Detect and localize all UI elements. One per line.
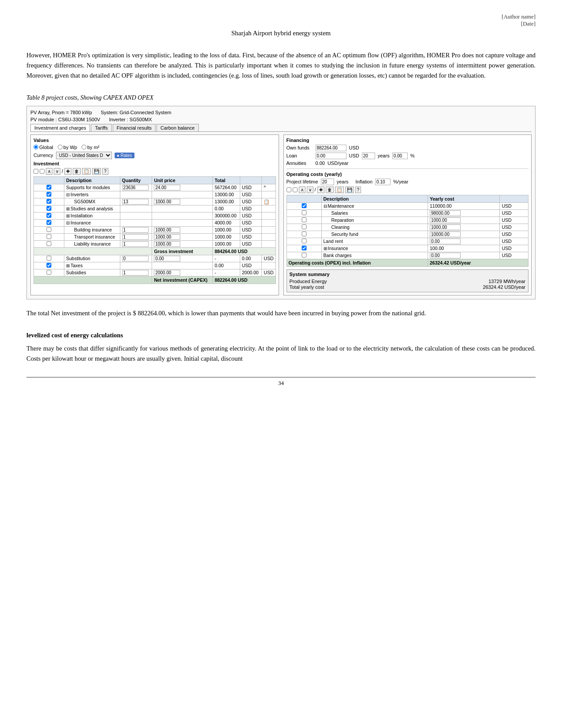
- opex-trash-icon[interactable]: 🗑: [326, 187, 334, 193]
- opex-row-check[interactable]: [289, 217, 320, 222]
- tab-tariffs[interactable]: Tariffs: [91, 124, 112, 131]
- loan-rate-input[interactable]: [392, 153, 408, 159]
- row-unit[interactable]: [154, 227, 180, 233]
- toolbar-checkbox[interactable]: [33, 169, 38, 174]
- toolbar-copy-icon[interactable]: 📋: [82, 168, 91, 175]
- expand-icon[interactable]: ⊟: [66, 220, 70, 225]
- radio-by-m2[interactable]: by m²: [82, 145, 100, 150]
- row-desc: SG500MX: [64, 198, 120, 205]
- opex-row-check[interactable]: [289, 231, 320, 236]
- row-check[interactable]: [36, 241, 62, 246]
- opex-row-input[interactable]: [430, 224, 461, 230]
- toolbar-trash-icon[interactable]: 🗑: [73, 168, 81, 175]
- page-title: Sharjah Airport hybrid energy system: [26, 30, 536, 37]
- expand-icon[interactable]: ⊟: [324, 204, 327, 209]
- row-check[interactable]: [36, 270, 62, 275]
- opex-toolbar-check2[interactable]: [293, 187, 298, 192]
- expand-icon[interactable]: ⊞: [66, 213, 70, 218]
- table-row: Transport insurance 1000.00 USD: [34, 233, 276, 240]
- row-unit[interactable]: [154, 256, 180, 261]
- opex-copy-icon[interactable]: 📋: [335, 187, 344, 193]
- row-check[interactable]: [36, 263, 62, 268]
- table-row: ⊞Taxes 0.00 USD: [34, 262, 276, 269]
- row-unit[interactable]: [154, 234, 180, 240]
- body-paragraph-3: There may be costs that differ significa…: [26, 343, 536, 364]
- row-qty[interactable]: [122, 241, 149, 247]
- row-qty[interactable]: [122, 256, 149, 261]
- opex-help-icon[interactable]: ?: [355, 187, 361, 193]
- opex-row-check[interactable]: [289, 203, 320, 208]
- rates-button[interactable]: ● Rates: [115, 153, 134, 158]
- opex-row-check[interactable]: [289, 246, 320, 250]
- row-qty[interactable]: [122, 199, 149, 205]
- opex-row-input[interactable]: [430, 210, 461, 216]
- opex-toolbar-check[interactable]: [287, 187, 291, 192]
- opex-row-desc: Cleaning: [321, 224, 428, 231]
- gross-label: Gross investment: [152, 247, 213, 255]
- table-row: ⊞Installation 300000.00 USD: [34, 212, 276, 219]
- row-unit[interactable]: [154, 241, 180, 247]
- tab-investment[interactable]: Investment and charges: [30, 124, 90, 131]
- opex-save-icon[interactable]: 💾: [345, 187, 354, 193]
- toolbar-save-icon[interactable]: 💾: [92, 168, 101, 175]
- project-lifetime-input[interactable]: [321, 179, 334, 185]
- expand-icon[interactable]: ⊟: [66, 192, 70, 197]
- loan-years-input[interactable]: [362, 153, 375, 159]
- opex-row-check[interactable]: [289, 239, 320, 243]
- row-total: 567264.00: [212, 184, 240, 191]
- inflation-input[interactable]: [375, 179, 391, 185]
- radio-by-wp[interactable]: by Wp: [58, 145, 77, 150]
- table-row: Supports for modules 567264.00 USD ^: [34, 184, 276, 191]
- toolbar-up-icon[interactable]: ∧: [46, 168, 52, 175]
- toolbar-down-icon[interactable]: ∨: [54, 168, 60, 175]
- row-qty[interactable]: [122, 270, 149, 276]
- opex-row-check[interactable]: [289, 224, 320, 229]
- tab-bar: Investment and charges Tariffs Financial…: [30, 124, 532, 132]
- radio-global[interactable]: Global: [33, 145, 53, 150]
- produced-energy-row: Produced Energy 13729 MWh/year: [290, 279, 526, 284]
- opex-section: Operating costs (yearly) Project lifetim…: [287, 172, 529, 292]
- row-check[interactable]: [36, 213, 62, 218]
- row-check[interactable]: [36, 206, 62, 211]
- col-cur: [240, 176, 262, 184]
- toolbar-help-icon[interactable]: ?: [102, 168, 108, 175]
- row-check[interactable]: [36, 234, 62, 239]
- opex-row-check[interactable]: [289, 210, 320, 215]
- tab-financial[interactable]: Financial results: [113, 124, 156, 131]
- project-lifetime-label: Project lifetime: [287, 179, 318, 184]
- row-qty[interactable]: [122, 227, 149, 233]
- row-expand[interactable]: ^: [262, 184, 275, 191]
- opex-add-icon[interactable]: ✚: [317, 187, 324, 193]
- opex-row-value: 100.00: [428, 245, 500, 252]
- page-number: 34: [278, 380, 284, 386]
- expand-icon[interactable]: ⊞: [66, 263, 70, 268]
- row-qty[interactable]: [122, 234, 149, 240]
- row-unit[interactable]: [154, 199, 180, 205]
- row-qty[interactable]: [122, 185, 149, 190]
- opex-row-input[interactable]: [430, 253, 461, 258]
- row-check[interactable]: [36, 192, 62, 197]
- opex-row-input[interactable]: [430, 217, 461, 223]
- row-check[interactable]: [36, 199, 62, 204]
- row-check[interactable]: [36, 227, 62, 232]
- currency-select[interactable]: USD - United States D: [56, 152, 112, 159]
- opex-row-input[interactable]: [430, 231, 461, 237]
- tab-carbon[interactable]: Carbon balance: [156, 124, 199, 131]
- opex-down-icon[interactable]: ∨: [307, 187, 313, 193]
- opex-row-check[interactable]: [289, 253, 320, 258]
- row-unit[interactable]: [154, 185, 180, 190]
- row-total: 0.00: [240, 255, 262, 262]
- row-check[interactable]: [36, 220, 62, 225]
- row-check[interactable]: [36, 256, 62, 261]
- toolbar-add-icon[interactable]: ✚: [64, 168, 71, 175]
- row-unit[interactable]: [154, 270, 180, 276]
- opex-row-input[interactable]: [430, 239, 461, 244]
- loan-input[interactable]: [316, 153, 346, 159]
- expand-icon[interactable]: ⊞: [66, 206, 70, 211]
- own-funds-input[interactable]: [316, 145, 346, 151]
- row-check[interactable]: [36, 185, 62, 190]
- opex-up-icon[interactable]: ∧: [299, 187, 305, 193]
- expand-icon[interactable]: ⊞: [324, 246, 327, 251]
- toolbar-checkbox-2[interactable]: [40, 169, 45, 174]
- row-copy-icon[interactable]: 📋: [262, 198, 275, 205]
